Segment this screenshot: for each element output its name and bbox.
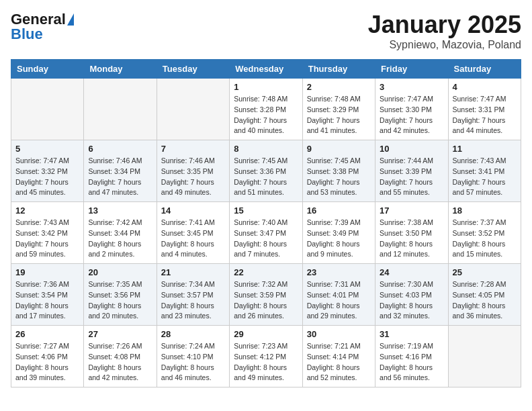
table-row: 13Sunrise: 7:42 AMSunset: 3:44 PMDayligh… — [84, 202, 157, 264]
table-row: 18Sunrise: 7:37 AMSunset: 3:52 PMDayligh… — [448, 202, 521, 264]
table-row — [448, 326, 521, 387]
table-row: 25Sunrise: 7:28 AMSunset: 4:05 PMDayligh… — [448, 264, 521, 326]
table-row: 23Sunrise: 7:31 AMSunset: 4:01 PMDayligh… — [302, 264, 375, 326]
day-info: Sunrise: 7:37 AMSunset: 3:52 PMDaylight:… — [453, 218, 517, 260]
table-row: 20Sunrise: 7:35 AMSunset: 3:56 PMDayligh… — [84, 264, 157, 326]
table-row: 28Sunrise: 7:24 AMSunset: 4:10 PMDayligh… — [157, 326, 229, 387]
day-number: 22 — [234, 267, 298, 277]
day-info: Sunrise: 7:48 AMSunset: 3:29 PMDaylight:… — [307, 94, 371, 136]
day-info: Sunrise: 7:26 AMSunset: 4:08 PMDaylight:… — [88, 341, 152, 383]
calendar-week-row: 26Sunrise: 7:27 AMSunset: 4:06 PMDayligh… — [11, 326, 521, 387]
day-info: Sunrise: 7:47 AMSunset: 3:31 PMDaylight:… — [453, 94, 517, 136]
table-row: 22Sunrise: 7:32 AMSunset: 3:59 PMDayligh… — [230, 264, 302, 326]
day-number: 24 — [380, 267, 443, 277]
day-number: 27 — [88, 329, 152, 339]
day-number: 29 — [234, 329, 298, 339]
day-number: 19 — [15, 267, 79, 277]
table-row: 9Sunrise: 7:45 AMSunset: 3:38 PMDaylight… — [302, 140, 375, 202]
calendar-week-row: 12Sunrise: 7:43 AMSunset: 3:42 PMDayligh… — [11, 202, 521, 264]
day-number: 9 — [307, 144, 371, 154]
day-info: Sunrise: 7:32 AMSunset: 3:59 PMDaylight:… — [234, 279, 298, 322]
table-row: 12Sunrise: 7:43 AMSunset: 3:42 PMDayligh… — [11, 202, 84, 264]
logo: General Blue — [11, 11, 74, 43]
table-row — [157, 79, 229, 140]
table-row: 29Sunrise: 7:23 AMSunset: 4:12 PMDayligh… — [230, 326, 302, 387]
day-number: 23 — [307, 267, 371, 277]
calendar-week-row: 5Sunrise: 7:47 AMSunset: 3:32 PMDaylight… — [11, 140, 521, 202]
day-number: 17 — [380, 205, 443, 216]
day-number: 18 — [453, 205, 517, 216]
day-info: Sunrise: 7:36 AMSunset: 3:54 PMDaylight:… — [15, 279, 79, 322]
day-number: 4 — [453, 82, 517, 92]
day-info: Sunrise: 7:19 AMSunset: 4:16 PMDaylight:… — [380, 341, 443, 383]
day-info: Sunrise: 7:34 AMSunset: 3:57 PMDaylight:… — [161, 279, 225, 322]
day-number: 3 — [380, 82, 443, 92]
title-block: January 2025 Sypniewo, Mazovia, Poland — [368, 11, 521, 51]
day-info: Sunrise: 7:44 AMSunset: 3:39 PMDaylight:… — [380, 156, 443, 198]
day-number: 14 — [161, 205, 225, 216]
day-info: Sunrise: 7:31 AMSunset: 4:01 PMDaylight:… — [307, 279, 371, 322]
table-row: 7Sunrise: 7:46 AMSunset: 3:35 PMDaylight… — [157, 140, 229, 202]
day-number: 8 — [234, 144, 298, 154]
table-row: 15Sunrise: 7:40 AMSunset: 3:47 PMDayligh… — [230, 202, 302, 264]
day-info: Sunrise: 7:46 AMSunset: 3:35 PMDaylight:… — [161, 156, 225, 198]
calendar-week-row: 1Sunrise: 7:48 AMSunset: 3:28 PMDaylight… — [11, 79, 521, 140]
col-tuesday: Tuesday — [157, 60, 229, 79]
col-thursday: Thursday — [302, 60, 375, 79]
table-row: 4Sunrise: 7:47 AMSunset: 3:31 PMDaylight… — [448, 79, 521, 140]
day-info: Sunrise: 7:23 AMSunset: 4:12 PMDaylight:… — [234, 341, 298, 383]
table-row: 3Sunrise: 7:47 AMSunset: 3:30 PMDaylight… — [375, 79, 448, 140]
day-info: Sunrise: 7:42 AMSunset: 3:44 PMDaylight:… — [88, 218, 152, 260]
day-info: Sunrise: 7:27 AMSunset: 4:06 PMDaylight:… — [15, 341, 79, 383]
day-info: Sunrise: 7:30 AMSunset: 4:03 PMDaylight:… — [380, 279, 443, 322]
day-info: Sunrise: 7:43 AMSunset: 3:41 PMDaylight:… — [453, 156, 517, 198]
day-number: 16 — [307, 205, 371, 216]
day-number: 25 — [453, 267, 517, 277]
day-number: 11 — [453, 144, 517, 154]
day-number: 12 — [15, 205, 79, 216]
table-row: 6Sunrise: 7:46 AMSunset: 3:34 PMDaylight… — [84, 140, 157, 202]
day-number: 1 — [234, 82, 298, 92]
day-info: Sunrise: 7:21 AMSunset: 4:14 PMDaylight:… — [307, 341, 371, 383]
day-info: Sunrise: 7:41 AMSunset: 3:45 PMDaylight:… — [161, 218, 225, 260]
col-saturday: Saturday — [448, 60, 521, 79]
table-row: 19Sunrise: 7:36 AMSunset: 3:54 PMDayligh… — [11, 264, 84, 326]
day-number: 26 — [15, 329, 79, 339]
day-info: Sunrise: 7:47 AMSunset: 3:30 PMDaylight:… — [380, 94, 443, 136]
day-number: 5 — [15, 144, 79, 154]
calendar-subtitle: Sypniewo, Mazovia, Poland — [368, 39, 521, 51]
day-number: 7 — [161, 144, 225, 154]
table-row: 16Sunrise: 7:39 AMSunset: 3:49 PMDayligh… — [302, 202, 375, 264]
day-number: 20 — [88, 267, 152, 277]
table-row: 8Sunrise: 7:45 AMSunset: 3:36 PMDaylight… — [230, 140, 302, 202]
day-number: 10 — [380, 144, 443, 154]
table-row: 27Sunrise: 7:26 AMSunset: 4:08 PMDayligh… — [84, 326, 157, 387]
day-info: Sunrise: 7:48 AMSunset: 3:28 PMDaylight:… — [234, 94, 298, 136]
table-row: 5Sunrise: 7:47 AMSunset: 3:32 PMDaylight… — [11, 140, 84, 202]
table-row: 14Sunrise: 7:41 AMSunset: 3:45 PMDayligh… — [157, 202, 229, 264]
day-number: 15 — [234, 205, 298, 216]
table-row: 21Sunrise: 7:34 AMSunset: 3:57 PMDayligh… — [157, 264, 229, 326]
table-row: 31Sunrise: 7:19 AMSunset: 4:16 PMDayligh… — [375, 326, 448, 387]
day-info: Sunrise: 7:38 AMSunset: 3:50 PMDaylight:… — [380, 218, 443, 260]
table-row: 17Sunrise: 7:38 AMSunset: 3:50 PMDayligh… — [375, 202, 448, 264]
day-number: 13 — [88, 205, 152, 216]
page-header: General Blue January 2025 Sypniewo, Mazo… — [11, 11, 521, 51]
col-monday: Monday — [84, 60, 157, 79]
day-number: 6 — [88, 144, 152, 154]
logo-blue: Blue — [11, 26, 43, 43]
calendar-table: Sunday Monday Tuesday Wednesday Thursday… — [11, 59, 521, 387]
table-row: 2Sunrise: 7:48 AMSunset: 3:29 PMDaylight… — [302, 79, 375, 140]
day-number: 28 — [161, 329, 225, 339]
table-row — [84, 79, 157, 140]
table-row: 30Sunrise: 7:21 AMSunset: 4:14 PMDayligh… — [302, 326, 375, 387]
day-info: Sunrise: 7:35 AMSunset: 3:56 PMDaylight:… — [88, 279, 152, 322]
day-info: Sunrise: 7:45 AMSunset: 3:38 PMDaylight:… — [307, 156, 371, 198]
day-info: Sunrise: 7:28 AMSunset: 4:05 PMDaylight:… — [453, 279, 517, 322]
day-number: 31 — [380, 329, 443, 339]
col-sunday: Sunday — [11, 60, 84, 79]
col-friday: Friday — [375, 60, 448, 79]
table-row: 1Sunrise: 7:48 AMSunset: 3:28 PMDaylight… — [230, 79, 302, 140]
day-info: Sunrise: 7:40 AMSunset: 3:47 PMDaylight:… — [234, 218, 298, 260]
table-row: 24Sunrise: 7:30 AMSunset: 4:03 PMDayligh… — [375, 264, 448, 326]
